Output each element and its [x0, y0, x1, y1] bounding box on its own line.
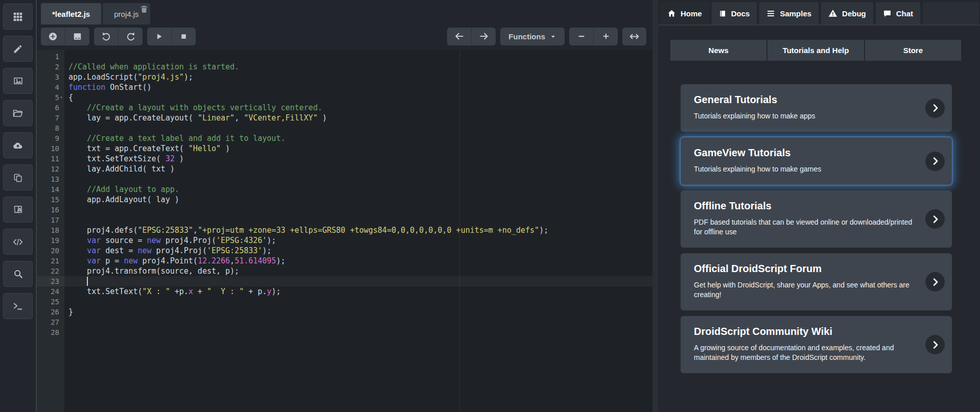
toolbar-right: Functions [447, 28, 646, 45]
line-number: 19 [37, 235, 59, 246]
sidebar-item-terminal[interactable] [3, 293, 33, 319]
code-line-18[interactable]: 18 proj4.defs("EPSG:25833","+proj=utm +z… [37, 225, 652, 235]
code-line-9[interactable]: 9 //Create a text label and add it to la… [37, 133, 652, 143]
panel-tab-docs[interactable]: Docs [712, 2, 757, 25]
sidebar-item-translate[interactable]: A [3, 197, 33, 223]
panel-tab-chat[interactable]: Chat [876, 2, 920, 25]
code-line-3[interactable]: 3app.LoadScript("proj4.js"); [37, 72, 652, 82]
card-open-button[interactable] [925, 209, 945, 229]
code-line-17[interactable]: 17 [37, 215, 652, 225]
trash-icon[interactable] [139, 5, 149, 14]
panel-tab-home[interactable]: Home [660, 2, 709, 25]
card-title: GameView Tutorials [694, 147, 916, 159]
card-title: Offline Tutorials [694, 200, 916, 212]
line-number: 17 [37, 215, 59, 225]
code-line-24[interactable]: 24 txt.SetText("X : " +p.x + " Y : " + p… [37, 286, 652, 297]
code-line-6[interactable]: 6 //Create a layout with objects vertica… [37, 103, 652, 113]
panel-tab-debug[interactable]: Debug [821, 2, 873, 25]
code-line-10[interactable]: 10 txt = app.CreateText( "Hello" ) [37, 143, 652, 154]
code-line-27[interactable]: 27 [37, 317, 652, 327]
editor-tab-proj4-js[interactable]: proj4.js [103, 3, 150, 25]
code-line-4[interactable]: 4function OnStart() [37, 82, 652, 92]
sidebar-item-duplicate[interactable] [3, 164, 33, 190]
card-open-button[interactable] [925, 272, 945, 292]
card-general-tutorials[interactable]: General TutorialsTutorials explaining ho… [681, 84, 952, 132]
code-line-8[interactable]: 8 [37, 123, 652, 133]
code-line-20[interactable]: 20 var dest = new proj4.Proj('EPSG:25833… [37, 246, 652, 256]
code-line-5[interactable]: 5▾{ [37, 92, 652, 103]
code-line-25[interactable]: 25 [37, 297, 652, 307]
code-text: lay = app.CreateLayout( "Linear", "VCent… [68, 113, 327, 123]
pencil-icon [13, 44, 23, 54]
code-line-28[interactable]: 28 [37, 327, 652, 337]
code-line-1[interactable]: 1 [37, 52, 652, 62]
sidebar-item-open-project[interactable] [3, 100, 33, 126]
code-line-7[interactable]: 7 lay = app.CreateLayout( "Linear", "VCe… [37, 113, 652, 123]
panel-scrollbar[interactable] [652, 0, 658, 412]
card-gameview-tutorials[interactable]: GameView TutorialsTutorials explaining h… [681, 137, 952, 185]
fold-caret-icon[interactable]: ▾ [60, 92, 63, 103]
card-droidscript-community-wiki[interactable]: DroidScript Community WikiA growing sour… [681, 316, 952, 373]
line-number: 16 [37, 205, 59, 215]
chevron-right-icon [930, 277, 940, 287]
sidebar-item-code-view[interactable] [3, 229, 33, 255]
sidebar-item-search[interactable] [3, 261, 33, 287]
code-line-16[interactable]: 16 [37, 205, 652, 215]
code-line-13[interactable]: 13 [37, 174, 652, 184]
code-line-26[interactable]: 26} [37, 307, 652, 317]
code-text: lay.AddChild( txt ) [68, 164, 175, 174]
subtab-tutorials-and-help[interactable]: Tutorials and Help [767, 40, 865, 61]
code-line-19[interactable]: 19 var source = new proj4.Proj('EPSG:432… [37, 235, 652, 246]
code-line-12[interactable]: 12 lay.AddChild( txt ) [37, 164, 652, 174]
sidebar-item-apps[interactable] [3, 4, 33, 30]
card-open-button[interactable] [925, 152, 945, 171]
code-editor[interactable]: 12//Called when application is started.3… [37, 50, 652, 412]
line-number: 13 [37, 174, 59, 184]
subtab-store[interactable]: Store [865, 40, 961, 61]
panel-tab-samples[interactable]: Samples [759, 2, 819, 25]
subtab-news[interactable]: News [670, 40, 767, 61]
cloud-upload-icon [12, 140, 24, 151]
stop-button[interactable] [172, 28, 196, 45]
chevron-right-icon [930, 103, 940, 113]
code-text: proj4.transform(source, dest, p); [68, 266, 239, 276]
back-button[interactable] [447, 28, 472, 45]
sidebar-item-edit[interactable] [3, 36, 33, 62]
run-button[interactable] [147, 28, 172, 45]
save-icon [73, 32, 82, 41]
code-line-15[interactable]: 15 app.AddLayout( lay ) [37, 195, 652, 205]
forward-button[interactable] [472, 28, 496, 45]
card-open-button[interactable] [925, 335, 945, 354]
card-offline-tutorials[interactable]: Offline TutorialsPDF based tutorials tha… [681, 190, 952, 248]
fit-width-button[interactable] [622, 28, 646, 45]
zoom-in-button[interactable] [594, 28, 618, 45]
zoom-out-button[interactable] [569, 28, 594, 45]
functions-dropdown[interactable]: Functions [500, 28, 565, 45]
code-lines: 12//Called when application is started.3… [37, 50, 652, 337]
panel-tab-label: Chat [896, 9, 913, 18]
code-line-22[interactable]: 22 proj4.transform(source, dest, p); [37, 266, 652, 276]
code-line-11[interactable]: 11 txt.SetTextSize( 32 ) [37, 154, 652, 164]
editor-tab-leaflet2-js[interactable]: *leaflet2.js [41, 3, 101, 25]
undo-button[interactable] [94, 28, 119, 45]
line-number: 1 [37, 52, 59, 62]
save-button[interactable] [65, 28, 89, 45]
left-toolbar: A [0, 0, 37, 412]
line-number: 27 [37, 317, 59, 327]
code-text: app.AddLayout( lay ) [68, 195, 179, 205]
help-panel: HomeDocsSamplesDebugChat NewsTutorials a… [658, 0, 980, 412]
line-number: 21 [37, 256, 59, 266]
sidebar-item-media[interactable] [3, 68, 33, 94]
code-line-14[interactable]: 14 //Add layout to app. [37, 184, 652, 195]
card-description: Get help with DroidScript, share your Ap… [694, 280, 916, 300]
code-line-21[interactable]: 21 var p = new proj4.Point(12.2266,51.61… [37, 256, 652, 266]
code-line-23[interactable]: 23 [37, 276, 652, 286]
sidebar-item-cloud-sync[interactable] [3, 132, 33, 158]
card-open-button[interactable] [925, 99, 945, 118]
add-button[interactable] [41, 28, 65, 45]
card-description: Tutorials explaining how to make games [694, 164, 916, 174]
code-line-2[interactable]: 2//Called when application is started. [37, 62, 652, 72]
redo-button[interactable] [119, 28, 143, 45]
card-official-droidscript-forum[interactable]: Official DroidScript ForumGet help with … [681, 253, 952, 310]
svg-text:A: A [18, 207, 21, 212]
